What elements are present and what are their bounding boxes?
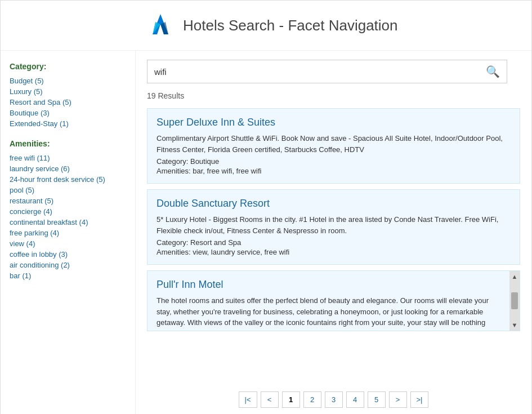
page-prev-btn[interactable]: < xyxy=(261,391,279,408)
amenity-facet-item[interactable]: restaurant (5) xyxy=(10,195,126,206)
page-first-btn[interactable]: |< xyxy=(239,391,257,408)
amenity-facet-item[interactable]: air conditioning (2) xyxy=(10,260,126,270)
amenities-facets: free wifi (11)laundry service (6)24-hour… xyxy=(10,153,126,281)
amenity-facet-item[interactable]: concierge (4) xyxy=(10,206,126,217)
result-category: Category: Resort and Spa xyxy=(157,238,511,247)
search-bar-row: 🔍 xyxy=(147,60,520,83)
amenities-title: Amenities: xyxy=(10,139,126,148)
amenity-facet-item[interactable]: bar (1) xyxy=(10,270,126,281)
result-description: Complimentary Airport Shuttle & WiFi. Bo… xyxy=(157,133,511,155)
sidebar: Category: Budget (5)Luxury (5)Resort and… xyxy=(1,51,136,414)
pagination: |<<12345>>| xyxy=(147,380,520,408)
page-num-btn[interactable]: 3 xyxy=(325,391,343,408)
scroll-down-arrow[interactable]: ▼ xyxy=(512,322,518,328)
search-input[interactable] xyxy=(147,61,479,82)
result-amenities: Amenities: view, laundry service, free w… xyxy=(157,248,511,256)
amenities-section: Amenities: free wifi (11)laundry service… xyxy=(10,139,126,281)
amenity-facet-item[interactable]: pool (5) xyxy=(10,185,126,195)
page-last-btn[interactable]: >| xyxy=(410,391,429,408)
result-amenities: Amenities: bar, free wifi, free wifi xyxy=(157,167,511,175)
amenity-facet-item[interactable]: free parking (4) xyxy=(10,228,126,238)
amenity-facet-item[interactable]: coffee in lobby (3) xyxy=(10,249,126,260)
result-category: Category: Boutique xyxy=(157,157,511,166)
amenity-facet-item[interactable]: continental breakfast (4) xyxy=(10,217,126,228)
category-facet-item[interactable]: Boutique (3) xyxy=(10,108,126,118)
category-title: Category: xyxy=(10,62,126,71)
result-card-scrollable: Pull'r Inn MotelThe hotel rooms and suit… xyxy=(147,270,520,331)
search-button[interactable]: 🔍 xyxy=(479,60,507,83)
result-title[interactable]: Super Deluxe Inn & Suites xyxy=(157,117,511,128)
page-next-btn[interactable]: > xyxy=(389,391,407,408)
page-num-btn[interactable]: 4 xyxy=(346,391,364,408)
svg-marker-2 xyxy=(160,22,168,34)
app-logo xyxy=(147,12,174,39)
category-section: Category: Budget (5)Luxury (5)Resort and… xyxy=(10,62,126,129)
results-count: 19 Results xyxy=(147,91,520,100)
content-area: 🔍 19 Results Super Deluxe Inn & SuitesCo… xyxy=(136,51,531,414)
category-facet-item[interactable]: Luxury (5) xyxy=(10,86,126,97)
result-card: Double Sanctuary Resort5* Luxury Hotel -… xyxy=(147,189,520,265)
result-title[interactable]: Pull'r Inn Motel xyxy=(157,279,499,291)
amenity-facet-item[interactable]: free wifi (11) xyxy=(10,153,126,163)
category-facet-item[interactable]: Extended-Stay (1) xyxy=(10,118,126,129)
page-num-btn[interactable]: 1 xyxy=(282,391,300,408)
amenity-facet-item[interactable]: 24-hour front desk service (5) xyxy=(10,174,126,185)
result-description: 5* Luxury Hotel - Biggest Rooms in the c… xyxy=(157,214,511,236)
scroll-indicator[interactable]: ▲▼ xyxy=(509,271,520,331)
result-card: Super Deluxe Inn & SuitesComplimentary A… xyxy=(147,108,520,184)
result-title[interactable]: Double Sanctuary Resort xyxy=(157,198,511,210)
amenity-facet-item[interactable]: view (4) xyxy=(10,238,126,249)
page-num-btn[interactable]: 2 xyxy=(303,391,321,408)
category-facet-item[interactable]: Resort and Spa (5) xyxy=(10,97,126,108)
category-facet-item[interactable]: Budget (5) xyxy=(10,75,126,86)
page-num-btn[interactable]: 5 xyxy=(368,391,386,408)
page-title: Hotels Search - Facet Navigation xyxy=(183,17,398,34)
scroll-up-arrow[interactable]: ▲ xyxy=(512,273,518,280)
search-input-wrapper: 🔍 xyxy=(147,60,507,83)
category-facets: Budget (5)Luxury (5)Resort and Spa (5)Bo… xyxy=(10,75,126,129)
scroll-thumb[interactable] xyxy=(511,292,518,309)
amenity-facet-item[interactable]: laundry service (6) xyxy=(10,163,126,174)
results-list: Super Deluxe Inn & SuitesComplimentary A… xyxy=(147,108,520,337)
result-description: The hotel rooms and suites offer the per… xyxy=(157,295,499,331)
